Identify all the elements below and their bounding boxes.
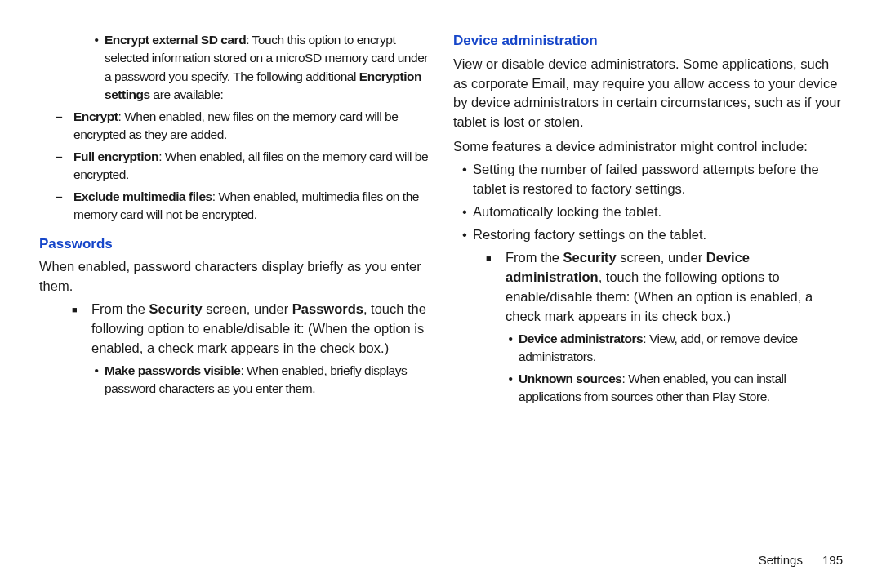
sq-b1: Security: [149, 301, 203, 316]
bullet-text: Restoring factory settings on the tablet…: [473, 225, 843, 245]
encrypt-sd-title: Encrypt external SD card: [105, 33, 246, 47]
bullet-dot-icon: •: [457, 203, 473, 222]
sub-title: Full encryption: [74, 149, 158, 163]
bullet-failed-password: • Setting the number of failed password …: [453, 160, 843, 199]
dash-icon: –: [56, 148, 74, 185]
encrypt-sd-sublist: – Encrypt: When enabled, new files on th…: [39, 108, 429, 225]
sq-mid: screen, under: [203, 301, 292, 316]
sq-b1: Security: [564, 250, 617, 265]
bullet-restore-factory: • Restoring factory settings on the tabl…: [453, 225, 843, 245]
sq-pre: From the: [91, 301, 149, 316]
device-admin-p2: Some features a device administrator mig…: [453, 137, 843, 157]
dash-icon: –: [56, 108, 74, 145]
sub-exclude-multimedia: – Exclude multimedia files: When enabled…: [56, 188, 429, 225]
passwords-heading: Passwords: [39, 234, 429, 255]
bullet-dot-icon: •: [88, 31, 105, 105]
sub-title: Unknown sources: [519, 372, 622, 385]
sub-full-encryption: – Full encryption: When enabled, all fil…: [56, 148, 429, 185]
encrypt-sd-tail: are available:: [150, 87, 224, 101]
device-admin-p1: View or disable device administrators. S…: [453, 55, 843, 133]
square-icon: ■: [72, 300, 91, 359]
passwords-sub-bullet: • Make passwords visible: When enabled, …: [39, 362, 429, 399]
bullet-text: Setting the number of failed password at…: [473, 160, 843, 199]
sub-unknown-sources: • Unknown sources: When enabled, you can…: [453, 370, 843, 407]
bullet-dot-icon: •: [502, 370, 519, 407]
device-admin-square-item: ■ From the Security screen, under Device…: [453, 248, 843, 327]
footer-section-label: Settings: [759, 553, 803, 567]
sq-pre: From the: [506, 250, 564, 265]
sq-mid: screen, under: [617, 250, 706, 265]
sq-b2: Passwords: [292, 301, 363, 316]
bullet-text: Automatically locking the tablet.: [473, 203, 843, 222]
document-page: • Encrypt external SD card: Touch this o…: [0, 0, 882, 588]
bullet-dot-icon: •: [457, 160, 473, 199]
bullet-dot-icon: •: [457, 225, 473, 245]
left-column: • Encrypt external SD card: Touch this o…: [39, 31, 429, 564]
bullet-dot-icon: •: [502, 330, 519, 367]
bullet-auto-lock: • Automatically locking the tablet.: [453, 203, 843, 222]
footer-page-number: 195: [822, 553, 843, 567]
sub-title: Exclude multimedia files: [74, 189, 212, 203]
sub-desc: : When enabled, new files on the memory …: [74, 109, 398, 141]
sub-title: Encrypt: [74, 109, 118, 123]
square-icon: ■: [486, 248, 506, 327]
right-column: Device administration View or disable de…: [453, 31, 843, 564]
page-footer: Settings195: [759, 553, 843, 567]
dash-icon: –: [56, 188, 74, 225]
device-admin-heading: Device administration: [453, 31, 843, 51]
bullet-body: Encrypt external SD card: Touch this opt…: [105, 31, 429, 105]
columns: • Encrypt external SD card: Touch this o…: [39, 31, 843, 564]
passwords-square-item: ■ From the Security screen, under Passwo…: [39, 300, 429, 359]
sub-title: Device administrators: [519, 332, 643, 345]
sub-device-administrators: • Device administrators: View, add, or r…: [453, 330, 843, 367]
bullet-dot-icon: •: [88, 362, 105, 399]
sub-encrypt: – Encrypt: When enabled, new files on th…: [56, 108, 429, 145]
sub-title: Make passwords visible: [105, 363, 240, 377]
bullet-encrypt-sd: • Encrypt external SD card: Touch this o…: [39, 31, 429, 105]
passwords-intro: When enabled, password characters displa…: [39, 257, 429, 296]
